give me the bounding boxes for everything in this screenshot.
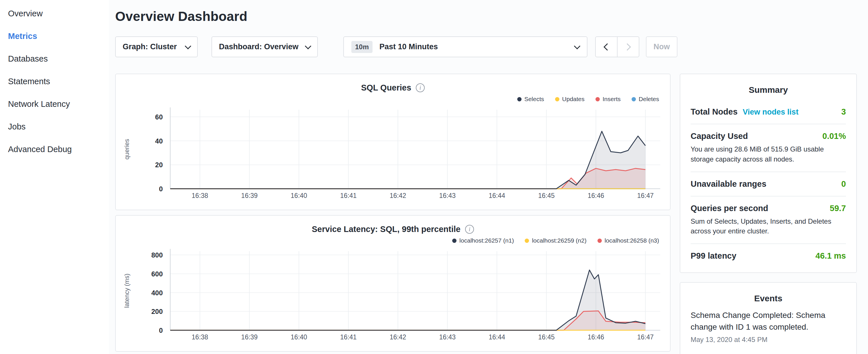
summary-row-unavailable-ranges: Unavailable ranges 0 bbox=[691, 171, 846, 196]
legend-item-localhost-26258-n3-: localhost:26258 (n3) bbox=[597, 237, 659, 244]
svg-text:16:38: 16:38 bbox=[192, 333, 208, 341]
legend-item-deletes: Deletes bbox=[631, 96, 659, 102]
svg-text:16:42: 16:42 bbox=[390, 333, 406, 341]
svg-text:16:45: 16:45 bbox=[538, 192, 555, 199]
summary-title: Summary bbox=[691, 74, 846, 100]
chart-title-row: Service Latency: SQL, 99th percentile i bbox=[116, 216, 670, 234]
svg-text:400: 400 bbox=[151, 289, 163, 297]
chevron-down-icon bbox=[305, 43, 311, 49]
summary-value: 3 bbox=[841, 107, 846, 117]
dashboard-dropdown[interactable]: Dashboard: Overview bbox=[212, 36, 318, 57]
summary-value: 46.1 ms bbox=[815, 251, 846, 261]
summary-row-p99-latency: P99 latency 46.1 ms bbox=[691, 244, 846, 268]
toolbar: Graph: Cluster Dashboard: Overview 10m P… bbox=[115, 36, 868, 57]
sidebar-item-metrics[interactable]: Metrics bbox=[0, 25, 109, 47]
event-item: Schema Change Completed: Schema change w… bbox=[691, 309, 846, 344]
sidebar-item-databases[interactable]: Databases bbox=[0, 47, 109, 70]
summary-row-queries-per-second: Queries per second 59.7 Sum of Selects, … bbox=[691, 196, 846, 244]
info-icon[interactable]: i bbox=[465, 225, 474, 234]
sidebar-item-advanced-debug[interactable]: Advanced Debug bbox=[0, 138, 109, 161]
legend-dot bbox=[597, 238, 602, 243]
svg-text:16:44: 16:44 bbox=[489, 333, 505, 341]
legend-dot bbox=[452, 238, 457, 243]
svg-text:16:47: 16:47 bbox=[637, 192, 654, 199]
svg-text:0: 0 bbox=[159, 326, 163, 334]
summary-subtext: You are using 28.6 MiB of 515.9 GiB usab… bbox=[691, 144, 846, 164]
sidebar-item-network-latency[interactable]: Network Latency bbox=[0, 93, 109, 116]
summary-label: Queries per second bbox=[691, 204, 768, 213]
summary-value: 0 bbox=[841, 179, 846, 189]
svg-text:16:41: 16:41 bbox=[340, 192, 357, 199]
legend-dot bbox=[517, 97, 522, 101]
sql-queries-chart-card: SQL Queries i SelectsUpdatesInsertsDelet… bbox=[115, 74, 671, 210]
legend-label: Updates bbox=[562, 96, 585, 102]
legend-dot bbox=[595, 97, 600, 101]
svg-text:latency (ms): latency (ms) bbox=[123, 273, 130, 308]
time-range-badge: 10m bbox=[351, 41, 373, 53]
legend-item-localhost-26257-n1-: localhost:26257 (n1) bbox=[452, 237, 514, 244]
graph-dropdown-label: Graph: Cluster bbox=[123, 42, 177, 51]
sidebar-item-statements[interactable]: Statements bbox=[0, 70, 109, 93]
event-timestamp: May 13, 2020 at 4:45 PM bbox=[691, 336, 846, 344]
info-icon[interactable]: i bbox=[416, 83, 425, 92]
chart-title: Service Latency: SQL, 99th percentile bbox=[312, 225, 461, 234]
summary-value: 0.01% bbox=[823, 131, 846, 141]
svg-text:16:39: 16:39 bbox=[241, 333, 258, 341]
summary-label: Unavailable ranges bbox=[691, 179, 766, 189]
legend-label: localhost:26257 (n1) bbox=[459, 237, 514, 244]
legend-item-inserts: Inserts bbox=[595, 96, 621, 102]
svg-text:16:38: 16:38 bbox=[192, 192, 208, 199]
legend-dot bbox=[631, 97, 636, 101]
sidebar-item-jobs[interactable]: Jobs bbox=[0, 116, 109, 138]
summary-label: P99 latency bbox=[691, 251, 737, 261]
chevron-down-icon bbox=[574, 43, 581, 49]
svg-text:40: 40 bbox=[155, 137, 163, 145]
legend-item-localhost-26259-n2-: localhost:26259 (n2) bbox=[525, 237, 586, 244]
time-range-label: Past 10 Minutes bbox=[379, 42, 438, 51]
svg-text:16:44: 16:44 bbox=[489, 192, 505, 199]
time-forward-button[interactable] bbox=[617, 36, 639, 57]
legend-dot bbox=[525, 238, 529, 243]
svg-text:16:47: 16:47 bbox=[637, 333, 654, 341]
events-title: Events bbox=[691, 283, 846, 309]
chevron-right-icon bbox=[624, 43, 631, 51]
svg-text:20: 20 bbox=[155, 161, 163, 169]
sidebar-item-overview[interactable]: Overview bbox=[0, 2, 109, 25]
svg-text:16:46: 16:46 bbox=[588, 192, 604, 199]
svg-text:0: 0 bbox=[159, 185, 163, 193]
legend-item-selects: Selects bbox=[517, 96, 544, 102]
graph-dropdown[interactable]: Graph: Cluster bbox=[115, 36, 198, 57]
sidebar: Overview Metrics Databases Statements Ne… bbox=[0, 0, 109, 354]
legend-item-updates: Updates bbox=[555, 96, 585, 102]
chart-legend: SelectsUpdatesInsertsDeletes bbox=[116, 93, 670, 105]
summary-value: 59.7 bbox=[830, 204, 846, 213]
svg-text:16:45: 16:45 bbox=[538, 333, 555, 341]
event-text: Schema Change Completed: Schema change w… bbox=[691, 309, 846, 333]
summary-row-total-nodes: Total Nodes View nodes list 3 bbox=[691, 100, 846, 124]
dashboard-dropdown-label: Dashboard: Overview bbox=[219, 42, 299, 51]
time-back-button[interactable] bbox=[595, 36, 617, 57]
chart-title-row: SQL Queries i bbox=[116, 74, 670, 93]
legend-label: localhost:26259 (n2) bbox=[532, 237, 586, 244]
svg-text:16:43: 16:43 bbox=[439, 333, 456, 341]
now-button[interactable]: Now bbox=[646, 36, 677, 57]
svg-text:200: 200 bbox=[151, 308, 163, 315]
sql-queries-chart: 16:3816:3916:4016:4116:4216:4316:4416:45… bbox=[116, 105, 670, 208]
chevron-left-icon bbox=[603, 43, 611, 51]
service-latency-chart: 16:3816:3916:4016:4116:4216:4316:4416:45… bbox=[116, 247, 670, 350]
legend-label: Inserts bbox=[602, 96, 621, 102]
time-range-dropdown[interactable]: 10m Past 10 Minutes bbox=[343, 36, 587, 57]
events-panel: Events Schema Change Completed: Schema c… bbox=[680, 282, 857, 354]
chart-legend: localhost:26257 (n1)localhost:26259 (n2)… bbox=[116, 234, 670, 247]
svg-text:800: 800 bbox=[151, 251, 163, 259]
time-nav-group bbox=[595, 36, 639, 57]
view-nodes-list-link[interactable]: View nodes list bbox=[743, 108, 799, 117]
summary-panel: Summary Total Nodes View nodes list 3 Ca… bbox=[680, 74, 857, 273]
chevron-down-icon bbox=[185, 43, 191, 49]
summary-label: Total Nodes bbox=[691, 107, 738, 117]
legend-label: localhost:26258 (n3) bbox=[604, 237, 659, 244]
legend-dot bbox=[555, 97, 559, 101]
service-latency-chart-card: Service Latency: SQL, 99th percentile i … bbox=[115, 215, 671, 352]
legend-label: Selects bbox=[524, 96, 544, 102]
svg-text:600: 600 bbox=[151, 270, 163, 278]
